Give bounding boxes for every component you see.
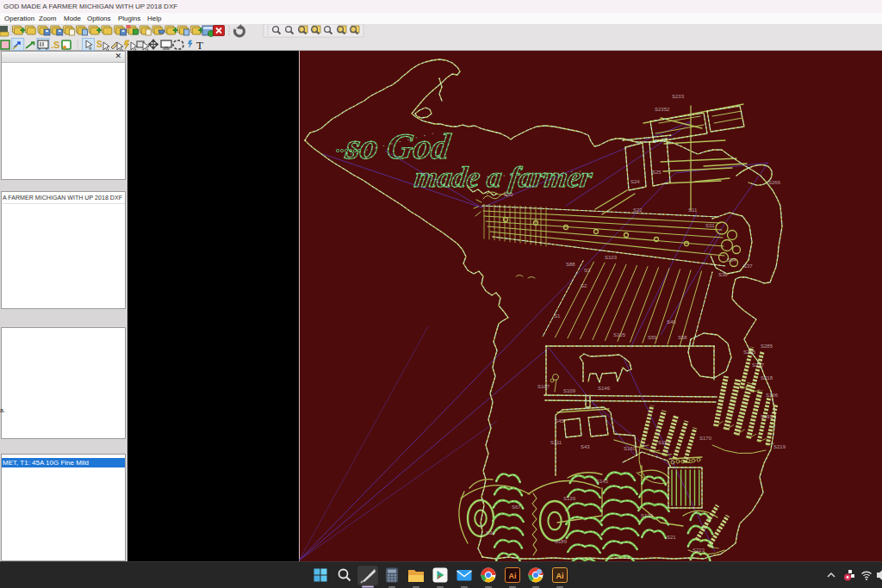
svg-text:S103: S103 [605,255,618,260]
svg-text:S43: S43 [581,444,590,449]
svg-text:S3: S3 [584,268,591,273]
svg-text:S217: S217 [752,362,765,368]
svg-text:made a farmer: made a farmer [413,161,595,193]
svg-text:S160: S160 [624,446,637,451]
svg-text:S1: S1 [554,313,561,319]
svg-text:S266: S266 [768,180,781,185]
svg-text:S31: S31 [705,223,715,228]
svg-text:.S: .S [51,40,59,50]
svg-text:S34: S34 [486,530,495,535]
svg-text:S223: S223 [693,548,705,553]
svg-text:S40: S40 [667,319,676,325]
svg-text:S111: S111 [550,440,562,445]
svg-text:S285: S285 [761,344,773,349]
svg-text:S34: S34 [727,257,736,263]
svg-text:S139: S139 [563,496,576,501]
svg-text:S218: S218 [761,375,773,381]
svg-text:S157: S157 [658,440,671,445]
svg-text:S233: S233 [672,94,685,99]
svg-text:S22: S22 [633,207,643,213]
svg-text:S67: S67 [512,504,521,510]
svg-text:S37: S37 [743,263,753,269]
svg-text:S2: S2 [581,283,587,288]
svg-text:S129: S129 [641,513,654,518]
svg-text:T: T [196,39,203,51]
svg-text:Ai: Ai [556,572,564,580]
svg-text:S59: S59 [648,335,657,340]
svg-text:Ai: Ai [509,572,517,580]
svg-text:S88: S88 [566,262,575,267]
svg-text:S25: S25 [652,170,662,175]
svg-text:S107: S107 [537,384,550,389]
svg-text:S: S [96,40,102,49]
svg-text:S45: S45 [555,418,564,424]
svg-text:S170: S170 [699,436,712,441]
svg-text:S142: S142 [596,479,609,484]
svg-text:S21: S21 [667,535,676,540]
svg-text:S109: S109 [563,388,576,393]
svg-text:S24: S24 [630,179,640,184]
svg-text:S195: S195 [761,414,773,419]
svg-text:S36: S36 [718,272,728,277]
svg-text:S219: S219 [773,444,786,449]
svg-text:S105: S105 [613,332,626,337]
svg-text:S11: S11 [688,207,698,213]
svg-text:S58: S58 [678,335,687,340]
svg-text:S146: S146 [598,386,611,391]
svg-text:so God: so God [343,126,454,166]
svg-text:S2352: S2352 [655,107,670,112]
svg-text:S196: S196 [766,393,779,398]
svg-text:S189: S189 [555,539,568,544]
svg-text:S205: S205 [743,350,756,355]
